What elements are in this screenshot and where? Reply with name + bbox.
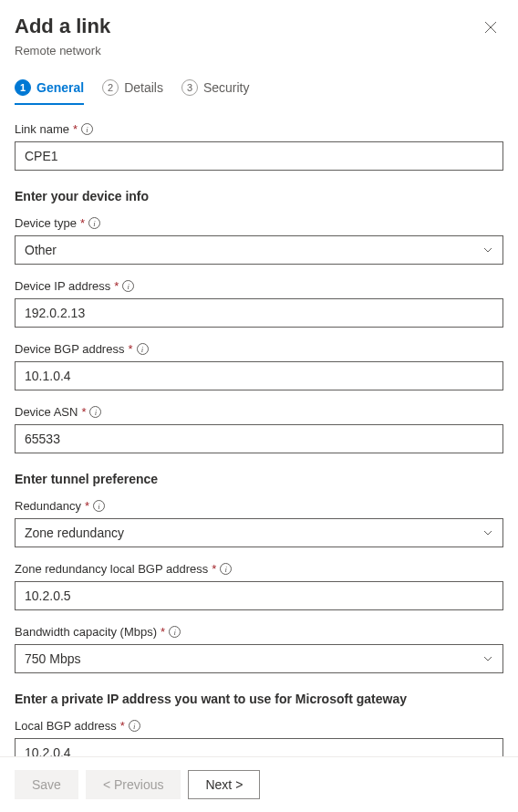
- info-icon[interactable]: i: [137, 343, 149, 355]
- required-marker: *: [114, 279, 119, 293]
- required-marker: *: [73, 122, 78, 136]
- close-button[interactable]: [478, 15, 503, 40]
- tab-number: 1: [15, 79, 31, 96]
- device-bgp-input[interactable]: [15, 361, 503, 390]
- required-marker: *: [120, 719, 125, 733]
- tab-number: 3: [181, 79, 198, 96]
- tab-details[interactable]: 2 Details: [102, 79, 163, 105]
- bandwidth-select[interactable]: 750 Mbps: [15, 644, 503, 673]
- required-marker: *: [85, 499, 89, 513]
- tabs: 1 General 2 Details 3 Security: [15, 79, 503, 106]
- panel-title: Add a link: [15, 15, 110, 38]
- info-icon[interactable]: i: [129, 720, 140, 732]
- device-asn-input[interactable]: [15, 424, 503, 453]
- device-bgp-label: Device BGP address: [15, 342, 124, 356]
- tab-label: General: [36, 80, 84, 95]
- info-icon[interactable]: i: [89, 406, 101, 418]
- tab-security[interactable]: 3 Security: [181, 79, 250, 105]
- required-marker: *: [212, 562, 216, 576]
- local-bgp-label: Local BGP address: [15, 719, 117, 733]
- link-name-input[interactable]: [15, 141, 503, 171]
- redundancy-label: Redundancy: [15, 499, 81, 513]
- info-icon[interactable]: i: [88, 217, 100, 229]
- device-type-label: Device type: [15, 216, 77, 230]
- tab-general[interactable]: 1 General: [15, 79, 84, 105]
- section-device-info: Enter your device info: [15, 189, 503, 203]
- device-ip-input[interactable]: [15, 298, 503, 328]
- previous-button: < Previous: [86, 770, 181, 799]
- device-asn-label: Device ASN: [15, 405, 78, 419]
- tab-label: Security: [203, 80, 250, 95]
- section-tunnel-preference: Enter tunnel preference: [15, 472, 503, 486]
- info-icon[interactable]: i: [81, 123, 93, 135]
- bandwidth-label: Bandwidth capacity (Mbps): [15, 625, 157, 639]
- info-icon[interactable]: i: [220, 563, 232, 575]
- info-icon[interactable]: i: [122, 280, 134, 292]
- footer: Save < Previous Next >: [0, 756, 518, 812]
- required-marker: *: [81, 405, 86, 419]
- panel-subtitle: Remote network: [15, 44, 503, 57]
- required-marker: *: [80, 216, 85, 230]
- link-name-label: Link name: [15, 122, 69, 136]
- required-marker: *: [161, 625, 165, 639]
- close-icon: [484, 21, 497, 34]
- device-type-select[interactable]: Other: [15, 235, 503, 265]
- info-icon[interactable]: i: [169, 626, 181, 638]
- section-private-ip: Enter a private IP address you want to u…: [15, 692, 503, 706]
- tab-label: Details: [124, 80, 163, 95]
- next-button[interactable]: Next >: [188, 770, 260, 799]
- redundancy-select[interactable]: Zone redundancy: [15, 518, 503, 547]
- required-marker: *: [128, 342, 132, 356]
- info-icon[interactable]: i: [93, 500, 105, 512]
- zone-bgp-input[interactable]: [15, 581, 503, 610]
- device-ip-label: Device IP address: [15, 279, 110, 293]
- tab-number: 2: [102, 79, 119, 96]
- zone-bgp-label: Zone redundancy local BGP address: [15, 562, 208, 576]
- save-button: Save: [15, 770, 78, 799]
